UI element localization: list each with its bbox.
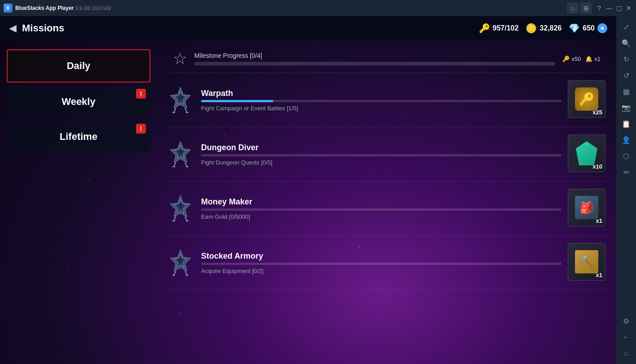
windows-nav-btn[interactable]: ⊞ [580,2,592,14]
money-name: Money Maker [201,197,561,207]
tab-lifetime[interactable]: Lifetime ! [7,121,150,152]
weekly-badge: ! [136,89,146,99]
money-progress-bar [201,208,561,211]
sidebar-icon-layers[interactable]: ⬡ [619,149,633,163]
milestone-reward-key: 🔑 x50 [562,56,581,62]
app-version: 5.9.100.1013 N32 [75,6,567,11]
warpath-reward-box: 🔑 x25 [568,80,605,118]
sidebar-icon-profile[interactable]: 👤 [619,133,633,147]
money-reward-count: x1 [596,217,602,224]
sidebar-icon-brush[interactable]: ✏ [619,165,633,179]
tab-weekly[interactable]: Weekly ! [7,86,150,117]
key-icon: 🔑 [479,23,490,34]
sidebar-icon-rotate-ccw[interactable]: ↺ [619,68,633,82]
sidebar-icon-expand[interactable]: ⤢ [619,20,633,34]
milestone-reward-bell: 🔔 x1 [585,56,601,62]
dungeon-reward-count: x10 [592,163,602,170]
warpath-desc: Fight Campaign or Event Battles [1/5] [201,105,561,112]
game-header: ◀ Missions 🔑 957/102 🪙 32,826 💎 650 + [0,16,616,40]
money-info: Money Maker Earn Gold [0/5000] [201,197,561,220]
armory-name: Stocked Armory [201,251,561,261]
milestone-label: Milestone Progress [0/4] [194,52,555,59]
home-nav-btn[interactable]: ⌂ [567,2,579,14]
milestone-progress-bar [194,62,555,65]
resource-gems: 💎 650 + [569,23,607,34]
titlebar: B BlueStacks App Player 5.9.100.1013 N32… [0,0,636,16]
dungeon-reward: x10 [568,134,607,174]
sidebar-icon-home[interactable]: ⌂ [619,346,633,360]
milestone-key-icon: 🔑 [562,56,570,62]
warpath-info: Warpath Fight Campaign or Event Battles … [201,89,561,112]
content-area: Daily Weekly ! Lifetime ! ☆ Milestone Pr… [0,40,616,364]
mission-stocked-armory: Stocked Armory Acquire Equipment [0/2] 🔨… [166,236,607,290]
sidebar-icon-screenshot[interactable]: 📷 [619,100,633,115]
mission-money-maker: Money Maker Earn Gold [0/5000] 🎒 x1 [166,182,607,236]
sidebar-icon-back[interactable]: ← [619,330,633,344]
money-reward: 🎒 x1 [568,189,607,228]
armory-medal [166,248,195,277]
svg-line-18 [185,217,187,221]
warpath-medal [166,86,195,114]
mission-dungeon-diver: Dungeon Diver Fight Dungeon Quests [0/5]… [166,127,607,182]
milestone-star-icon: ☆ [173,49,187,68]
coin-icon: 🪙 [526,23,537,34]
armory-desc: Acquire Equipment [0/2] [201,268,561,274]
dungeon-medal [166,140,195,169]
armory-progress-bar [201,263,561,265]
svg-line-11 [185,162,187,167]
svg-line-24 [174,271,176,275]
mission-warpath: Warpath Fight Campaign or Event Battles … [166,73,607,127]
armory-reward-box: 🔨 x1 [568,243,605,281]
maximize-btn[interactable]: ▢ [615,4,623,12]
sidebar-icon-search[interactable]: 🔍 [619,36,633,50]
warpath-progress-fill [201,100,273,102]
svg-line-3 [174,108,176,113]
dungeon-progress-bar [201,154,561,156]
dungeon-desc: Fight Dungeon Quests [0/5] [201,159,561,166]
resource-keys: 🔑 957/102 [479,23,519,34]
warpath-reward: 🔑 x25 [568,80,607,120]
warpath-progress-bar [201,100,561,102]
titlebar-nav: ⌂ ⊞ [567,2,592,14]
app-name: BlueStacks App Player [15,5,74,11]
money-desc: Earn Gold [0/5000] [201,213,561,220]
tab-daily[interactable]: Daily [7,49,150,82]
game-area: ◀ Missions 🔑 957/102 🪙 32,826 💎 650 + Da… [0,16,616,364]
sidebar-icon-settings[interactable]: ⚙ [619,314,633,328]
svg-line-25 [185,271,187,275]
dungeon-reward-box: x10 [568,134,605,172]
header-resources: 🔑 957/102 🪙 32,826 💎 650 + [479,23,607,34]
milestone-rewards: 🔑 x50 🔔 x1 [562,56,601,62]
app-logo: B [4,4,13,13]
armory-reward: 🔨 x1 [568,243,607,282]
sidebar-icon-files[interactable]: 📋 [619,117,633,131]
gem-value: 650 [583,24,595,32]
svg-line-4 [185,108,187,113]
right-sidebar: ⤢ 🔍 ↻ ↺ ▦ 📷 📋 👤 ⬡ ✏ ⚙ ← ⌂ [616,16,636,364]
titlebar-controls: ? — ▢ ✕ [596,4,632,12]
warpath-reward-count: x25 [592,109,602,116]
milestone-bar-wrap: Milestone Progress [0/4] [194,52,555,65]
add-gems-button[interactable]: + [597,23,607,33]
money-medal [166,194,195,223]
milestone-row: ☆ Milestone Progress [0/4] 🔑 x50 🔔 x1 [166,45,607,73]
svg-line-17 [174,217,176,221]
missions-panel: ☆ Milestone Progress [0/4] 🔑 x50 🔔 x1 [157,40,616,364]
dungeon-name: Dungeon Diver [201,143,561,152]
warpath-name: Warpath [201,89,561,98]
help-btn[interactable]: ? [596,4,603,12]
minimize-btn[interactable]: — [605,4,613,12]
key-value: 957/102 [493,24,519,32]
back-arrow-icon: ◀ [9,22,17,34]
sidebar-icon-grid[interactable]: ▦ [619,84,633,99]
back-button[interactable]: ◀ [9,22,17,34]
gem-icon: 💎 [569,23,580,34]
page-title: Missions [22,22,64,34]
coin-value: 32,826 [540,24,561,32]
money-reward-box: 🎒 x1 [568,189,605,226]
mission-tabs: Daily Weekly ! Lifetime ! [0,40,157,364]
lifetime-badge: ! [136,124,146,134]
close-btn[interactable]: ✕ [625,4,632,12]
armory-reward-count: x1 [596,272,602,278]
sidebar-icon-rotate-cw[interactable]: ↻ [619,52,633,66]
